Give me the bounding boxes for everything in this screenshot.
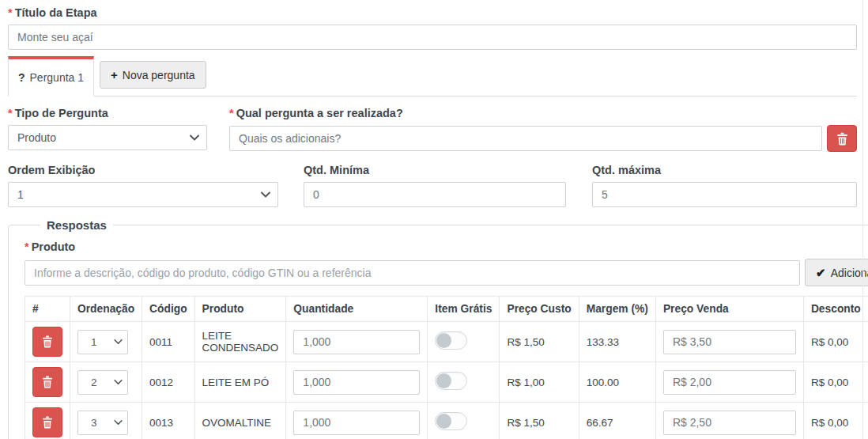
tab-label: Pergunta 1 [30, 71, 85, 84]
order-select[interactable]: 2 [77, 370, 128, 395]
col-header-margem: Margem (%) [579, 297, 655, 322]
toggle-knob [436, 414, 451, 429]
produto-cell: OVOMALTINE [194, 403, 286, 439]
col-header-quantidade: Quantidade [286, 297, 428, 322]
add-answer-button[interactable]: ✔ Adicionar resposta [805, 259, 868, 286]
discount-cell: R$ 0,00 [803, 362, 868, 403]
sell-price-input[interactable] [663, 330, 796, 354]
col-header-preco-venda: Preço Venda [655, 297, 803, 322]
free-item-toggle[interactable] [435, 372, 467, 390]
toggle-knob [436, 373, 451, 388]
codigo-cell: 0011 [142, 322, 195, 362]
new-question-button[interactable]: + Nova pergunta [100, 61, 206, 89]
answer-row: 3 0013 OVOMALTINE R$ 1,50 66.67 R$ 0,00 … [25, 403, 868, 439]
discount-cell: R$ 0,00 [803, 403, 868, 439]
sell-price-input[interactable] [663, 370, 796, 395]
plus-icon: + [111, 68, 118, 81]
question-tabbar: ? Pergunta 1 + Nova pergunta [8, 56, 857, 97]
min-qty-input[interactable] [304, 182, 566, 207]
order-select[interactable]: 3 [77, 411, 128, 435]
question-type-label: *Tipo de Pergunta [8, 107, 207, 119]
col-header-preco-custo: Preço Custo [500, 297, 579, 322]
col-header-desconto: Desconto [803, 297, 868, 322]
cost-price-cell: R$ 1,00 [500, 362, 579, 403]
answer-row: 1 0011 LEITE CONDENSADO R$ 1,50 133.33 R… [25, 322, 868, 362]
trash-icon [42, 416, 53, 429]
step-title-input[interactable] [8, 25, 857, 50]
quantity-input[interactable] [293, 330, 420, 354]
question-type-row: *Tipo de Pergunta Produto *Qual pergunta… [8, 105, 857, 152]
codigo-cell: 0012 [142, 362, 195, 403]
question-type-select[interactable]: Produto [8, 125, 207, 150]
answers-fieldset: Respostas *Produto ✔ Adicionar resposta … [8, 218, 868, 439]
tab-pergunta-1[interactable]: ? Pergunta 1 [8, 56, 94, 97]
trash-icon [42, 335, 53, 348]
question-text-label: *Qual pergunta a ser realizada? [229, 107, 857, 119]
question-text-input[interactable] [229, 126, 822, 151]
delete-question-button[interactable] [827, 125, 857, 152]
required-asterisk: * [8, 6, 13, 19]
required-asterisk: * [25, 240, 29, 253]
sell-price-input[interactable] [663, 411, 796, 435]
trash-icon [836, 132, 848, 146]
quantity-input[interactable] [293, 370, 420, 395]
product-label: *Produto [25, 240, 868, 253]
margin-cell: 133.33 [579, 322, 655, 362]
new-question-label: Nova pergunta [123, 69, 195, 81]
step-editor-form: *Título da Etapa ? Pergunta 1 + Nova per… [0, 0, 863, 439]
order-select[interactable]: 1 [77, 330, 128, 354]
delete-answer-button[interactable] [32, 407, 62, 437]
min-qty-label: Qtd. Miníma [304, 164, 566, 176]
max-qty-label: Qtd. máxima [592, 164, 857, 176]
max-qty-input[interactable] [592, 182, 857, 207]
cost-price-cell: R$ 1,50 [500, 322, 579, 362]
free-item-toggle[interactable] [435, 331, 467, 350]
discount-cell: R$ 0,00 [803, 322, 868, 362]
col-header-num: # [25, 297, 70, 322]
col-header-ordenacao: Ordenação [70, 297, 142, 322]
codigo-cell: 0013 [142, 403, 195, 439]
panel-right-edge [862, 0, 863, 439]
trash-icon [42, 376, 53, 388]
step-title-label: *Título da Etapa [8, 6, 857, 19]
answers-table: # Ordenação Código Produto Quantidade It… [25, 296, 868, 439]
question-qty-row: Ordem Exibição 1 Qtd. Miníma Qtd. máxima [8, 162, 857, 207]
answer-row: 2 0012 LEITE EM PÓ R$ 1,00 100.00 R$ 0,0… [25, 362, 868, 403]
product-search-input[interactable] [25, 260, 800, 286]
toggle-knob [436, 333, 451, 348]
delete-answer-button[interactable] [32, 367, 62, 397]
quantity-input[interactable] [293, 411, 420, 435]
question-mark-icon: ? [18, 71, 25, 84]
required-asterisk: * [229, 107, 234, 119]
produto-cell: LEITE EM PÓ [194, 362, 286, 403]
margin-cell: 66.67 [579, 403, 655, 439]
cost-price-cell: R$ 1,50 [500, 403, 579, 439]
col-header-codigo: Código [142, 297, 195, 322]
free-item-toggle[interactable] [435, 412, 467, 430]
margin-cell: 100.00 [579, 362, 655, 403]
produto-cell: LEITE CONDENSADO [194, 322, 286, 362]
required-asterisk: * [8, 107, 13, 119]
display-order-label: Ordem Exibição [8, 164, 278, 176]
col-header-item-gratis: Item Grátis [428, 297, 500, 322]
col-header-produto: Produto [194, 297, 286, 322]
answers-legend: Respostas [40, 218, 113, 232]
delete-answer-button[interactable] [32, 327, 62, 357]
check-icon: ✔ [816, 266, 826, 280]
table-header-row: # Ordenação Código Produto Quantidade It… [25, 297, 868, 322]
display-order-select[interactable]: 1 [8, 182, 278, 207]
